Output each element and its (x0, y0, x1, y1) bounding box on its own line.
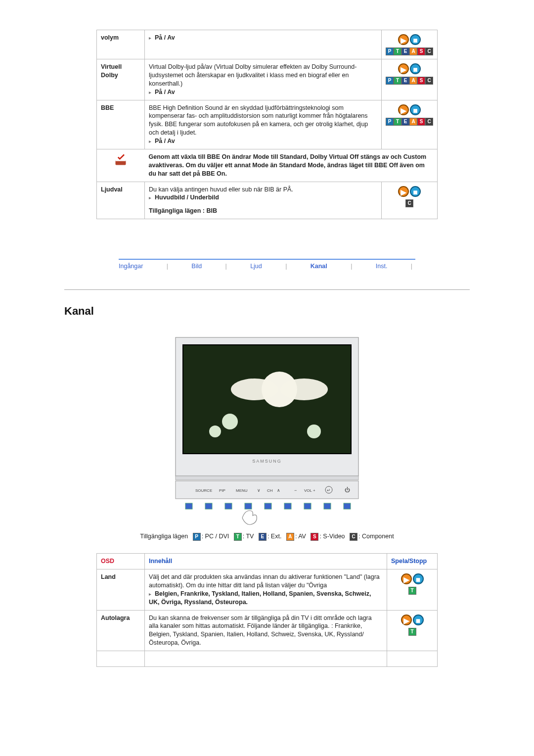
badge-p: P (386, 77, 394, 85)
row-label: volym (97, 30, 145, 59)
play-icon: ▶ (398, 34, 409, 45)
badge-a: A (286, 533, 294, 541)
badge-t: T (408, 587, 416, 595)
play-icon: ▶ (398, 63, 409, 74)
badge-e: E (401, 118, 409, 126)
row-content: På / Av (145, 30, 382, 59)
svg-text:MENU: MENU (236, 488, 248, 493)
tab-ingangar[interactable]: Ingångar (119, 263, 143, 270)
row-label: BBE (97, 100, 145, 149)
row-label: Land (97, 569, 145, 611)
row-content: Du kan välja antingen huvud eller sub nä… (145, 182, 382, 219)
badge-p: P (193, 533, 201, 541)
badge-a: A (409, 47, 417, 55)
bullet-icon (149, 590, 153, 594)
row-label: Ljudval (97, 182, 145, 219)
row-content: Virtual Dolby-ljud på/av (Virtual Dolby … (145, 59, 382, 100)
note-text: Genom att växla till BBE On ändrar Mode … (145, 149, 438, 182)
badge-e: E (401, 47, 409, 55)
col-osd: OSD (97, 554, 145, 569)
row-content: Välj det and där produkten ska användas … (145, 569, 387, 611)
badge-t: T (394, 118, 401, 126)
svg-rect-28 (245, 503, 252, 509)
row-icons: ▶■ PTEASC (382, 100, 438, 149)
svg-text:VOL +: VOL + (304, 488, 315, 493)
stop-icon: ■ (413, 573, 424, 584)
row-icons: ▶■ T (387, 569, 438, 611)
tab-bild[interactable]: Bild (191, 263, 202, 270)
badge-p: P (386, 118, 394, 126)
play-icon: ▶ (398, 186, 409, 197)
tv-illustration: SAMSUNG SOURCE PIP MENU ∨ CH ∧ − VOL + ↵… (161, 332, 373, 525)
svg-text:CH: CH (267, 488, 273, 493)
svg-rect-1 (116, 160, 126, 161)
note-row: Genom att växla till BBE On ändrar Mode … (97, 149, 438, 182)
modes-legend: Tillgängliga lägen P: PC / DVI T: TV E: … (0, 533, 534, 541)
svg-rect-29 (265, 503, 271, 509)
row-icons: ▶■ C (382, 182, 438, 219)
svg-text:∧: ∧ (277, 488, 280, 493)
sound-settings-table: volym På / Av ▶■ PTEASC Virtuell Dolby V… (96, 30, 438, 219)
svg-point-8 (222, 414, 238, 429)
badge-s: S (417, 47, 425, 55)
table-header-row: OSD Innehåll Spela/Stopp (97, 554, 438, 569)
badge-e: E (259, 533, 267, 541)
row-icons: ▶■ PTEASC (382, 30, 438, 59)
badge-c: C (350, 533, 357, 541)
hand-icon (242, 511, 257, 524)
tab-ljud[interactable]: Ljud (250, 263, 262, 270)
svg-point-10 (307, 425, 321, 438)
table-row: Virtuell Dolby Virtual Dolby-ljud på/av … (97, 59, 438, 100)
svg-text:SOURCE: SOURCE (195, 488, 212, 493)
tab-inst[interactable]: Inst. (376, 263, 388, 270)
bullet-icon (149, 88, 153, 92)
badge-s: S (417, 77, 425, 85)
section-title: Kanal (64, 305, 470, 318)
kanal-settings-table: OSD Innehåll Spela/Stopp Land Välj det a… (96, 553, 438, 667)
row-content: BBE High Definition Sound är en skyddad … (145, 100, 382, 149)
table-row (97, 651, 438, 667)
svg-rect-25 (185, 503, 192, 509)
tv-ports-row (185, 503, 351, 509)
stop-icon: ■ (410, 34, 421, 45)
tab-kanal[interactable]: Kanal (311, 263, 327, 270)
bullet-icon (149, 34, 153, 38)
col-spela: Spela/Stopp (387, 554, 438, 569)
svg-rect-31 (304, 503, 311, 509)
badge-t: T (234, 533, 242, 541)
badge-c: C (425, 47, 433, 55)
svg-rect-12 (176, 476, 358, 480)
badge-s: S (311, 533, 318, 541)
badge-e: E (401, 77, 409, 85)
svg-point-6 (231, 378, 278, 400)
table-row: Ljudval Du kan välja antingen huvud elle… (97, 182, 438, 219)
svg-rect-33 (344, 503, 351, 509)
stop-icon: ■ (410, 186, 421, 197)
row-icons: ▶■ T (387, 610, 438, 651)
svg-rect-27 (225, 503, 232, 509)
warning-check-icon (114, 153, 128, 167)
badge-c: C (405, 199, 413, 207)
badge-s: S (417, 118, 425, 126)
row-content: Du kan skanna de frekvenser som är tillg… (145, 610, 387, 651)
tv-brand: SAMSUNG (252, 459, 282, 464)
badge-p: P (386, 47, 394, 55)
svg-point-9 (209, 425, 221, 437)
badge-t: T (394, 47, 401, 55)
section-tabs: Ingångar | Bild | Ljud | Kanal | Inst. | (119, 259, 415, 270)
row-label: Virtuell Dolby (97, 59, 145, 100)
table-row: volym På / Av ▶■ PTEASC (97, 30, 438, 59)
play-icon: ▶ (398, 104, 409, 115)
stop-icon: ■ (410, 63, 421, 74)
play-icon: ▶ (401, 573, 412, 584)
row-icons: ▶■ PTEASC (382, 59, 438, 100)
svg-text:∨: ∨ (257, 488, 261, 493)
badge-t: T (394, 77, 401, 85)
svg-rect-26 (205, 503, 212, 509)
svg-text:PIP: PIP (219, 488, 225, 493)
row-label: Autolagra (97, 610, 145, 651)
play-icon: ▶ (401, 614, 412, 625)
svg-text:⏻: ⏻ (345, 487, 350, 493)
badge-c: C (425, 77, 433, 85)
badge-a: A (409, 77, 417, 85)
